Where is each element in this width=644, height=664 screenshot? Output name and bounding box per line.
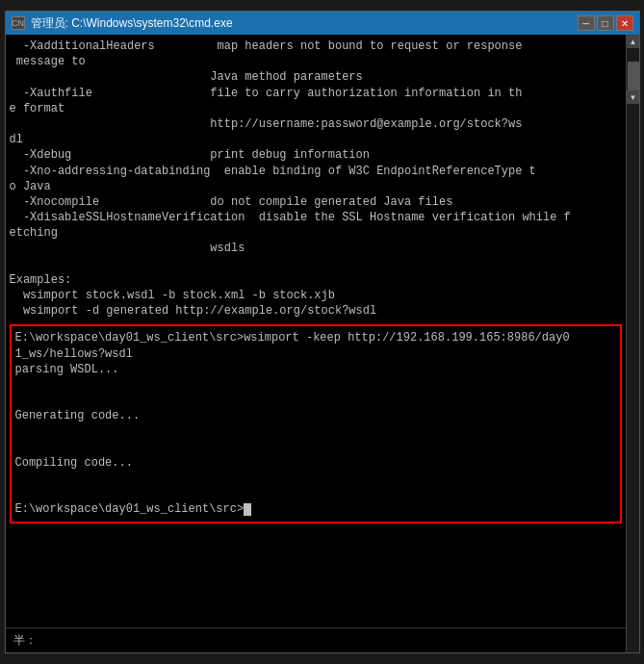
close-button[interactable]: ✕ <box>616 15 633 31</box>
maximize-button[interactable]: □ <box>597 15 614 31</box>
terminal-body[interactable]: -XadditionalHeaders map headers not boun… <box>6 35 639 652</box>
window-title: 管理员: C:\Windows\system32\cmd.exe <box>31 15 233 32</box>
scroll-thumb[interactable] <box>628 62 639 90</box>
upper-text: -XadditionalHeaders map headers not boun… <box>10 38 622 319</box>
scrollbar[interactable]: ▲ ▼ <box>626 35 639 652</box>
scroll-down-arrow[interactable]: ▼ <box>627 90 639 104</box>
cmd-window: CN 管理员: C:\Windows\system32\cmd.exe ─ □ … <box>5 11 640 653</box>
window-icon: CN <box>12 16 25 30</box>
title-bar: CN 管理员: C:\Windows\system32\cmd.exe ─ □ … <box>6 12 639 35</box>
cursor <box>244 503 251 516</box>
statusbar: 半： <box>6 627 639 652</box>
scroll-up-arrow[interactable]: ▲ <box>627 35 639 48</box>
terminal-lower-box: E:\workspace\day01_ws_client\src>wsimpor… <box>10 324 622 523</box>
statusbar-text: 半： <box>13 632 37 649</box>
minimize-button[interactable]: ─ <box>578 15 595 31</box>
title-buttons: ─ □ ✕ <box>578 15 633 31</box>
title-bar-left: CN 管理员: C:\Windows\system32\cmd.exe <box>12 15 233 32</box>
terminal-upper: -XadditionalHeaders map headers not boun… <box>6 35 626 320</box>
lower-text: E:\workspace\day01_ws_client\src>wsimpor… <box>15 330 616 517</box>
